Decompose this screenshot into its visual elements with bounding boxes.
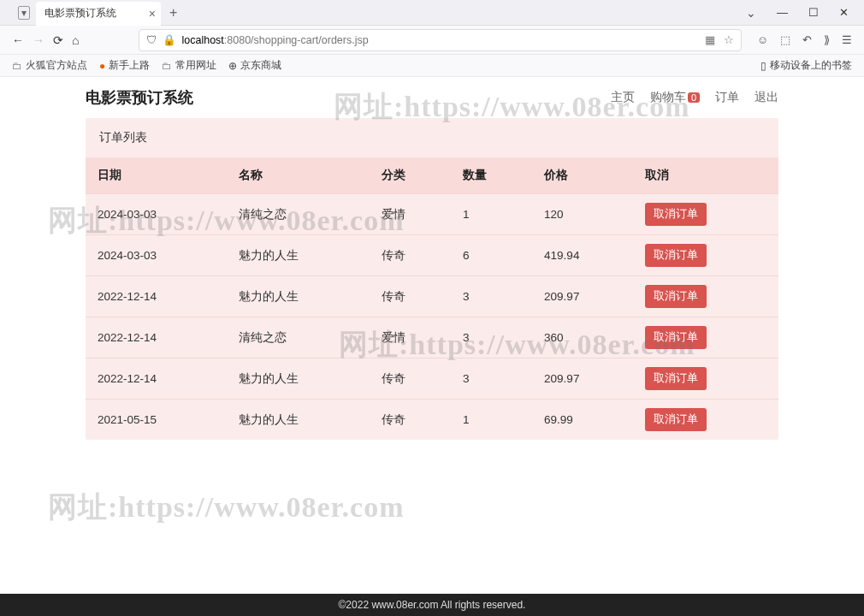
bookmark-item[interactable]: ●新手上路 — [99, 58, 150, 73]
nav-cart[interactable]: 购物车0 — [650, 90, 700, 105]
cart-count-badge: 0 — [688, 92, 700, 103]
cell-date: 2022-12-14 — [86, 358, 227, 400]
cell-qty: 3 — [451, 358, 532, 400]
reload-button[interactable]: ⟳ — [53, 33, 63, 47]
home-button[interactable]: ⌂ — [72, 33, 79, 47]
bookmark-item[interactable]: 🗀常用网址 — [162, 58, 216, 73]
cell-category: 传奇 — [370, 358, 451, 400]
table-row: 2024-03-03魅力的人生传奇6419.94取消订单 — [86, 235, 778, 276]
bookmark-item[interactable]: 🗀火狐官方站点 — [12, 58, 87, 73]
col-price: 价格 — [532, 157, 633, 194]
cell-qty: 3 — [451, 276, 532, 317]
page-nav: 电影票预订系统 主页 购物车0 订单 退出 — [0, 77, 864, 118]
url-host: localhost — [181, 34, 223, 46]
cell-date: 2022-12-14 — [86, 276, 227, 317]
cell-qty: 1 — [451, 400, 532, 441]
page-title: 电影票预订系统 — [86, 87, 193, 108]
cell-category: 爱情 — [370, 194, 451, 235]
extensions-icon[interactable]: ⬚ — [780, 33, 790, 46]
browser-tab[interactable]: 电影票预订系统 × — [36, 2, 161, 26]
close-tab-icon[interactable]: × — [149, 7, 156, 21]
shield-icon: 🛡 — [146, 34, 157, 46]
cell-category: 传奇 — [370, 276, 451, 317]
cell-name: 魅力的人生 — [227, 358, 370, 400]
col-cancel: 取消 — [633, 157, 778, 194]
back-button[interactable]: ← — [12, 33, 24, 47]
minimize-button[interactable]: — — [777, 6, 788, 20]
cell-name: 魅力的人生 — [227, 276, 370, 317]
undo-icon[interactable]: ↶ — [802, 33, 812, 46]
cancel-order-button[interactable]: 取消订单 — [645, 285, 707, 308]
lock-icon: 🔒 — [163, 33, 176, 46]
cell-qty: 3 — [451, 317, 532, 358]
account-icon[interactable]: ☺ — [757, 33, 768, 46]
cell-name: 魅力的人生 — [227, 235, 370, 276]
qr-icon[interactable]: ▦ — [705, 33, 715, 46]
table-row: 2022-12-14魅力的人生传奇3209.97取消订单 — [86, 276, 778, 317]
cell-cancel: 取消订单 — [633, 235, 778, 276]
cell-qty: 1 — [451, 194, 532, 235]
cell-date: 2024-03-03 — [86, 194, 227, 235]
forward-button[interactable]: → — [33, 33, 44, 47]
close-window-button[interactable]: ✕ — [839, 6, 849, 20]
table-row: 2022-12-14魅力的人生传奇3209.97取消订单 — [86, 358, 778, 400]
folder-icon: 🗀 — [162, 60, 172, 72]
cell-price: 69.99 — [532, 400, 633, 441]
new-tab-button[interactable]: + — [169, 5, 177, 21]
cell-name: 魅力的人生 — [227, 400, 370, 441]
bookmark-star-icon[interactable]: ☆ — [724, 33, 734, 46]
page-content: 网址:https://www.08er.com 网址:https://www.0… — [0, 77, 864, 594]
browser-addressbar: ← → ⟳ ⌂ 🛡 🔒 localhost:8080/shopping-cart… — [0, 26, 864, 55]
cell-cancel: 取消订单 — [633, 358, 778, 400]
table-row: 2021-05-15魅力的人生传奇169.99取消订单 — [86, 400, 778, 441]
cancel-order-button[interactable]: 取消订单 — [645, 408, 707, 431]
cell-price: 120 — [532, 194, 633, 235]
cell-date: 2022-12-14 — [86, 317, 227, 358]
cell-name: 清纯之恋 — [227, 317, 370, 358]
col-qty: 数量 — [451, 157, 532, 194]
panel-title: 订单列表 — [86, 118, 778, 157]
table-header-row: 日期 名称 分类 数量 价格 取消 — [86, 157, 778, 194]
cancel-order-button[interactable]: 取消订单 — [645, 203, 707, 226]
menu-icon[interactable]: ☰ — [842, 33, 852, 46]
cell-qty: 6 — [451, 235, 532, 276]
cell-price: 209.97 — [532, 358, 633, 400]
url-input[interactable]: 🛡 🔒 localhost:8080/shopping-cart/orders.… — [139, 29, 741, 51]
cell-price: 360 — [532, 317, 633, 358]
mobile-icon: ▯ — [760, 60, 766, 72]
cancel-order-button[interactable]: 取消订单 — [645, 244, 707, 267]
maximize-button[interactable]: ☐ — [808, 6, 819, 20]
page-footer: ©2022 www.08er.com All rights reserved. — [0, 594, 864, 616]
overflow-icon[interactable]: ⟫ — [824, 33, 830, 46]
nav-orders[interactable]: 订单 — [715, 90, 739, 105]
cell-date: 2024-03-03 — [86, 235, 227, 276]
folder-icon: 🗀 — [12, 60, 22, 72]
cell-category: 爱情 — [370, 317, 451, 358]
cell-cancel: 取消订单 — [633, 276, 778, 317]
cancel-order-button[interactable]: 取消订单 — [645, 367, 707, 390]
cell-price: 419.94 — [532, 235, 633, 276]
orders-table: 日期 名称 分类 数量 价格 取消 2024-03-03清纯之恋爱情1120取消… — [86, 157, 778, 440]
mobile-bookmarks[interactable]: ▯移动设备上的书签 — [760, 58, 852, 73]
cell-cancel: 取消订单 — [633, 317, 778, 358]
url-port: :8080 — [224, 34, 251, 46]
nav-logout[interactable]: 退出 — [755, 90, 778, 105]
cell-category: 传奇 — [370, 235, 451, 276]
cell-date: 2021-05-15 — [86, 400, 227, 441]
browser-titlebar: ▾ 电影票预订系统 × + ⌄ — ☐ ✕ — [0, 0, 864, 26]
chevron-down-icon[interactable]: ⌄ — [746, 6, 756, 20]
table-row: 2024-03-03清纯之恋爱情1120取消订单 — [86, 194, 778, 235]
nav-home[interactable]: 主页 — [611, 90, 635, 105]
cell-cancel: 取消订单 — [633, 400, 778, 441]
firefox-icon: ● — [99, 60, 105, 72]
url-path: /shopping-cart/orders.jsp — [251, 34, 369, 46]
col-category: 分类 — [370, 157, 451, 194]
cell-cancel: 取消订单 — [633, 194, 778, 235]
cell-name: 清纯之恋 — [227, 194, 370, 235]
tab-list-icon[interactable]: ▾ — [18, 6, 30, 20]
bookmark-item[interactable]: ⊕京东商城 — [228, 58, 281, 73]
cell-category: 传奇 — [370, 400, 451, 441]
cancel-order-button[interactable]: 取消订单 — [645, 326, 707, 349]
orders-panel: 订单列表 日期 名称 分类 数量 价格 取消 2024-03-03清纯之恋爱情1… — [86, 118, 778, 440]
bookmarks-bar: 🗀火狐官方站点 ●新手上路 🗀常用网址 ⊕京东商城 ▯移动设备上的书签 — [0, 55, 864, 77]
